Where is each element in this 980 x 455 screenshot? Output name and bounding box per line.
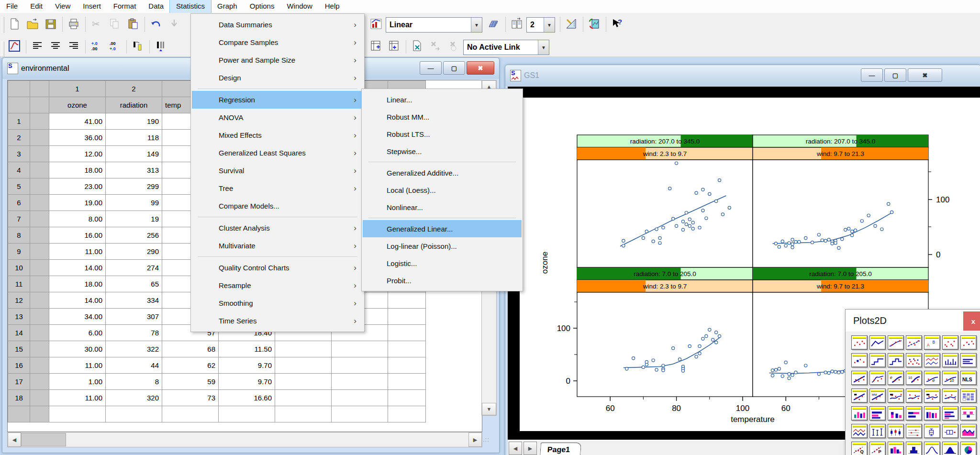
plots2d-icon-supersmooth-plot[interactable] — [906, 388, 922, 403]
data-cell[interactable] — [106, 406, 162, 422]
plots2d-close-button[interactable]: x — [963, 311, 980, 331]
scroll-left-button[interactable]: ◀ — [8, 433, 21, 447]
menu-item-quality-control-charts[interactable]: Quality Control Charts› — [192, 259, 363, 277]
data-cell[interactable] — [388, 390, 426, 406]
plots2d-icon-box-plot[interactable] — [924, 424, 940, 438]
column-number-header[interactable]: 1 — [49, 81, 106, 97]
plots2d-icon-log10-curve-plot[interactable]: 10 — [942, 371, 958, 385]
plots2d-icon-exp-curve-plot[interactable]: e — [924, 371, 940, 385]
data-cell[interactable]: 62 — [162, 357, 219, 374]
data-cell[interactable]: 18.00 — [49, 162, 106, 178]
plots2d-icon-robust-mm-fit-plot[interactable]: MM — [869, 388, 886, 403]
row-number-header[interactable]: 4 — [8, 162, 30, 178]
plots2d-icon-reference-lines-plot[interactable] — [960, 353, 977, 367]
data-cell[interactable]: 44 — [106, 357, 162, 374]
data-cell[interactable]: 12.00 — [49, 146, 106, 162]
plots2d-icon-high-density-plot[interactable] — [942, 353, 958, 367]
row-number-header[interactable]: 12 — [8, 292, 30, 309]
menu-item-data-summaries[interactable]: Data Summaries› — [192, 16, 363, 33]
dropdown-arrow-icon[interactable]: ▼ — [471, 18, 482, 32]
plots2d-icon-dot-plot[interactable] — [906, 424, 922, 438]
menubar-item-options[interactable]: Options — [244, 0, 281, 13]
print-button[interactable] — [65, 15, 82, 35]
data-cell[interactable]: 41.00 — [49, 113, 106, 130]
data-cell[interactable]: 14.00 — [49, 260, 106, 276]
previous-page-button[interactable]: ◀ — [509, 442, 522, 455]
plots2d-icon-horizontal-multiple-bar-plot[interactable] — [942, 406, 958, 421]
row-flag-cell[interactable] — [30, 260, 49, 276]
object-explorer-button[interactable] — [6, 39, 23, 55]
menu-item-generalized-least-squares[interactable]: Generalized Least Squares› — [192, 144, 363, 162]
plots2d-icon-line-plot[interactable] — [869, 335, 886, 350]
plots2d-icon-filled-density-plot[interactable] — [942, 442, 958, 455]
data-cell[interactable] — [332, 406, 388, 422]
data-cell[interactable]: 256 — [106, 227, 162, 244]
row-flag-cell[interactable] — [30, 162, 49, 178]
data-cell[interactable] — [388, 374, 426, 390]
next-page-button[interactable]: ▶ — [523, 442, 537, 455]
plots2d-icon-color-scatter-plot[interactable] — [960, 335, 977, 350]
row-number-header[interactable]: 5 — [8, 178, 30, 195]
plots2d-icon-loess-fit-plot[interactable] — [869, 371, 886, 385]
plots2d-icon-line-scatter-plot[interactable] — [888, 335, 904, 350]
plots2d-icon-friedman-smooth-plot[interactable] — [942, 388, 958, 403]
plot-style-combo[interactable]: Linear▼ — [386, 17, 482, 33]
row-flag-cell[interactable] — [30, 113, 49, 130]
plots2d-icon-text-as-symbols-plot[interactable]: AB — [924, 335, 940, 350]
row-number-header[interactable]: 2 — [8, 130, 30, 146]
menu-item-logistic[interactable]: Logistic... — [363, 255, 522, 272]
row-number-header[interactable]: 17 — [8, 374, 30, 390]
row-flag-cell[interactable] — [30, 244, 49, 260]
plots2d-icon-error-bar-plot[interactable] — [869, 424, 886, 438]
menu-item-compare-models[interactable]: Compare Models... — [192, 197, 363, 215]
save-button[interactable] — [42, 15, 59, 35]
menubar-item-file[interactable]: File — [0, 0, 24, 13]
row-number-header[interactable]: 14 — [8, 325, 30, 341]
plots2d-icon-spline-smooth-plot[interactable] — [888, 388, 904, 403]
data-cell[interactable] — [275, 357, 332, 374]
plots2d-icon-grouped-bar-plot[interactable] — [851, 406, 868, 421]
plots2d-icon-horizontal-box-plot[interactable] — [942, 424, 958, 438]
menu-item-compare-samples[interactable]: Compare Samples› — [192, 33, 363, 51]
chart-type-button[interactable] — [368, 15, 385, 35]
data-cell[interactable]: 65 — [106, 276, 162, 292]
data-cell[interactable]: 78 — [106, 325, 162, 341]
open-button[interactable] — [24, 15, 41, 35]
data-cell[interactable]: 8 — [106, 374, 162, 390]
row-number-header[interactable]: 8 — [8, 227, 30, 244]
row-number-header[interactable]: 6 — [8, 195, 30, 211]
row-flag-cell[interactable] — [30, 211, 49, 227]
data-cell[interactable] — [388, 309, 426, 325]
context-help-button[interactable]: ? — [609, 15, 626, 35]
menu-item-robust-mm[interactable]: Robust MM... — [363, 108, 522, 125]
clear-sheet-button[interactable] — [409, 39, 426, 55]
align-center-button[interactable] — [47, 39, 64, 55]
menubar-item-format[interactable]: Format — [107, 0, 143, 13]
data-cell[interactable]: 16.00 — [49, 227, 106, 244]
menubar-item-insert[interactable]: Insert — [77, 0, 107, 13]
row-number-header[interactable] — [30, 406, 49, 422]
row-flag-cell[interactable] — [30, 178, 49, 195]
data-cell[interactable] — [49, 406, 106, 422]
menu-item-resample[interactable]: Resample› — [192, 277, 363, 294]
plots2d-icon-stacked-bar-plot[interactable] — [888, 406, 904, 421]
menu-item-robust-lts[interactable]: Robust LTS... — [363, 125, 522, 143]
plots2d-titlebar[interactable]: Plots2D — [846, 310, 980, 332]
data-cell[interactable]: 149 — [106, 146, 162, 162]
data-cell[interactable]: 73 — [162, 390, 219, 406]
data-cell[interactable]: 36.00 — [49, 130, 106, 146]
data-cell[interactable]: 290 — [106, 244, 162, 260]
page1-tab[interactable]: Page1 — [540, 443, 581, 455]
plots2d-icon-trend-line-plot[interactable] — [906, 335, 922, 350]
plots2d-icon-two-symbol-scatter-plot[interactable] — [851, 353, 868, 367]
menubar-item-data[interactable]: Data — [142, 0, 170, 13]
row-flag-cell[interactable] — [30, 292, 49, 309]
data-cell[interactable]: 6.00 — [49, 325, 106, 341]
data-cell[interactable]: 11.00 — [49, 357, 106, 374]
row-flag-cell[interactable] — [30, 374, 49, 390]
minimize-button[interactable]: — — [420, 61, 442, 75]
data-cell[interactable] — [275, 390, 332, 406]
column-number-header[interactable]: 2 — [106, 81, 162, 97]
data-cell[interactable]: 9.70 — [219, 374, 275, 390]
gs1-minimize-button[interactable]: — — [861, 68, 883, 82]
